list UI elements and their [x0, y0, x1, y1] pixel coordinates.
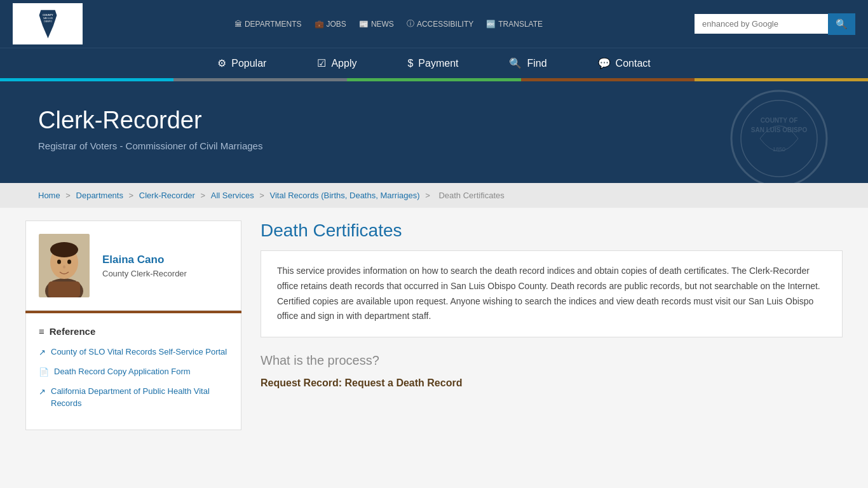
sidebar: Elaina Cano County Clerk-Recorder ≡ Refe… — [25, 220, 241, 430]
payment-nav-link[interactable]: $ Payment — [382, 48, 484, 78]
search-button[interactable]: 🔍 — [828, 13, 855, 35]
apply-nav-link[interactable]: ☑ Apply — [292, 48, 382, 78]
person-name: Elaina Cano — [102, 254, 187, 266]
logo-map-icon: COUNTY SAN LUIS OBISPO — [37, 8, 59, 40]
popular-nav-link[interactable]: ⚙ Popular — [192, 48, 292, 78]
breadcrumb-sep-5: > — [425, 191, 432, 200]
jobs-icon: 💼 — [315, 20, 324, 29]
sidebar-section-title: ≡ Reference — [39, 326, 228, 337]
payment-icon: $ — [407, 58, 413, 69]
breadcrumb-home[interactable]: Home — [38, 191, 60, 200]
logo-area: COUNTY SAN LUIS OBISPO — [13, 3, 83, 44]
list-item: ↗ County of SLO Vital Records Self-Servi… — [39, 346, 228, 358]
contact-icon: 💬 — [598, 57, 611, 69]
gear-icon: ⚙ — [217, 57, 226, 69]
svg-text:COUNTY OF: COUNTY OF — [761, 117, 798, 124]
top-links: 🏛 DEPARTMENTS 💼 JOBS 📰 NEWS ⓘ ACCESSIBIL… — [83, 18, 695, 29]
apply-icon: ☑ — [317, 57, 326, 69]
description-text: This service provides information on how… — [277, 264, 826, 324]
translate-link[interactable]: 🔤 TRANSLATE — [486, 20, 543, 29]
info-box: This service provides information on how… — [261, 250, 843, 337]
svg-point-12 — [57, 260, 61, 264]
breadcrumb-vital-records[interactable]: Vital Records (Births, Deaths, Marriages… — [270, 191, 420, 200]
person-card: Elaina Cano County Clerk-Recorder — [25, 220, 241, 311]
avatar — [39, 234, 90, 297]
person-title: County Clerk-Recorder — [102, 269, 187, 278]
doc-icon: 📄 — [39, 367, 49, 378]
svg-point-4 — [741, 100, 817, 177]
jobs-link[interactable]: 💼 JOBS — [315, 20, 346, 29]
find-icon: 🔍 — [509, 57, 522, 69]
page-subtitle: Registrar of Voters - Commissioner of Ci… — [38, 140, 830, 151]
svg-rect-15 — [48, 281, 80, 297]
content-title: Death Certificates — [261, 220, 843, 241]
breadcrumb-departments[interactable]: Departments — [76, 191, 123, 200]
person-image — [39, 234, 90, 297]
contact-nav-link[interactable]: 💬 Contact — [573, 48, 676, 78]
svg-text:SAN LUIS: SAN LUIS — [43, 17, 53, 20]
access-icon: ⓘ — [407, 18, 414, 29]
svg-point-14 — [63, 266, 65, 269]
sidebar-links-list: ↗ County of SLO Vital Records Self-Servi… — [39, 346, 228, 409]
county-seal: COUNTY OF SAN LUIS OBISPO 1850 — [728, 88, 830, 183]
breadcrumb-clerk-recorder[interactable]: Clerk-Recorder — [139, 191, 195, 200]
svg-text:COUNTY: COUNTY — [43, 13, 53, 17]
process-step-title: Request Record: Request a Death Record — [261, 377, 843, 389]
process-title: What is the process? — [261, 353, 843, 368]
ext-link-icon-2: ↗ — [39, 386, 46, 398]
search-area: 🔍 — [695, 13, 855, 35]
main-nav: ⚙ Popular ☑ Apply $ Payment 🔍 Find 💬 Con… — [0, 48, 868, 78]
list-item: 📄 Death Record Copy Application Form — [39, 366, 228, 378]
dept-icon: 🏛 — [234, 20, 242, 29]
main-content: Death Certificates This service provides… — [261, 220, 843, 430]
departments-link[interactable]: 🏛 DEPARTMENTS — [234, 20, 302, 29]
breadcrumb-sep-2: > — [129, 191, 136, 200]
hero-section: COUNTY OF SAN LUIS OBISPO 1850 Clerk-Rec… — [0, 81, 868, 183]
breadcrumb-sep-1: > — [65, 191, 72, 200]
svg-point-13 — [67, 260, 71, 264]
death-record-form-link[interactable]: 📄 Death Record Copy Application Form — [39, 366, 228, 378]
svg-point-3 — [731, 91, 827, 183]
breadcrumb-all-services[interactable]: All Services — [211, 191, 254, 200]
top-nav: COUNTY SAN LUIS OBISPO 🏛 DEPARTMENTS 💼 J… — [0, 0, 868, 48]
translate-icon: 🔤 — [486, 20, 496, 29]
svg-point-11 — [50, 242, 78, 257]
breadcrumb: Home > Departments > Clerk-Recorder > Al… — [0, 183, 868, 208]
list-item: ↗ California Department of Public Health… — [39, 386, 228, 409]
reference-icon: ≡ — [39, 326, 44, 337]
vital-records-portal-link[interactable]: ↗ County of SLO Vital Records Self-Servi… — [39, 346, 228, 358]
page-title: Clerk-Recorder — [38, 107, 830, 134]
news-icon: 📰 — [359, 20, 369, 29]
person-info: Elaina Cano County Clerk-Recorder — [102, 254, 187, 278]
svg-text:SAN LUIS OBISPO: SAN LUIS OBISPO — [751, 126, 808, 133]
ext-link-icon-1: ↗ — [39, 347, 46, 358]
breadcrumb-sep-4: > — [259, 191, 266, 200]
logo[interactable]: COUNTY SAN LUIS OBISPO — [13, 3, 83, 44]
sidebar-section: ≡ Reference ↗ County of SLO Vital Record… — [25, 313, 241, 430]
search-input[interactable] — [695, 14, 828, 34]
breadcrumb-current: Death Certificates — [438, 191, 504, 200]
find-nav-link[interactable]: 🔍 Find — [484, 48, 572, 78]
ca-dept-public-health-link[interactable]: ↗ California Department of Public Health… — [39, 386, 228, 409]
accessibility-link[interactable]: ⓘ ACCESSIBILITY — [407, 18, 473, 29]
content-area: Elaina Cano County Clerk-Recorder ≡ Refe… — [0, 220, 868, 430]
news-link[interactable]: 📰 NEWS — [359, 20, 394, 29]
breadcrumb-sep-3: > — [201, 191, 208, 200]
svg-text:OBISPO: OBISPO — [44, 20, 52, 22]
